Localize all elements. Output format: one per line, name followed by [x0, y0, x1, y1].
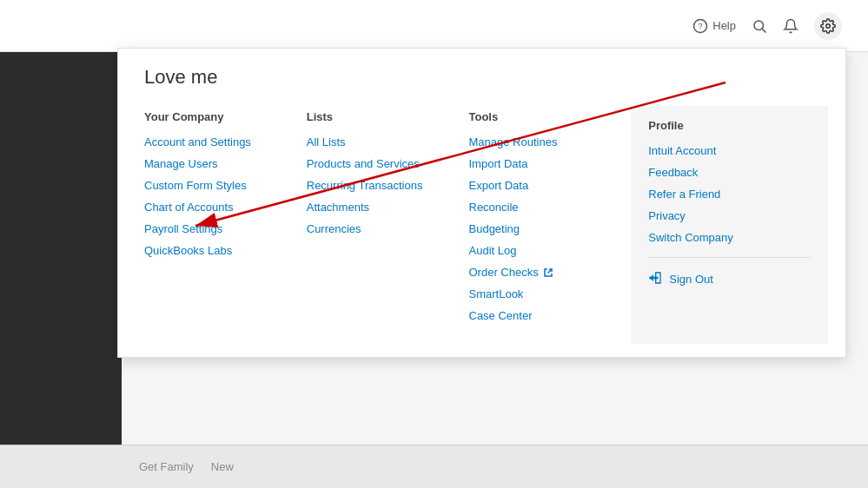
dropdown-menu: Love me Your Company Account and Setting… — [117, 48, 846, 358]
get-family-text: Get Family — [139, 460, 194, 473]
manage-users-link[interactable]: Manage Users — [144, 157, 307, 170]
header-bar: ? Help — [0, 0, 868, 52]
new-text: New — [211, 460, 234, 473]
tools-column: Tools Manage Routines Import Data Export… — [469, 110, 632, 331]
manage-routines-link[interactable]: Manage Routines — [469, 135, 632, 148]
budgeting-link[interactable]: Budgeting — [469, 222, 632, 235]
external-link-icon — [543, 267, 553, 278]
left-sidebar — [0, 52, 122, 445]
reconcile-link[interactable]: Reconcile — [469, 201, 632, 214]
chart-accounts-link[interactable]: Chart of Accounts — [144, 201, 307, 214]
dropdown-title: Love me — [144, 66, 819, 89]
payroll-settings-link[interactable]: Payroll Settings — [144, 222, 307, 235]
custom-form-styles-link[interactable]: Custom Form Styles — [144, 179, 307, 192]
privacy-link[interactable]: Privacy — [648, 209, 811, 222]
sidebar-content — [0, 52, 122, 87]
gear-icon — [820, 18, 836, 34]
account-settings-link[interactable]: Account and Settings — [144, 135, 307, 148]
refer-friend-link[interactable]: Refer a Friend — [648, 188, 811, 201]
svg-line-3 — [762, 29, 765, 32]
header-actions: ? Help — [692, 12, 842, 40]
lists-header: Lists — [307, 110, 469, 123]
search-button[interactable] — [752, 18, 767, 34]
profile-column: Profile Intuit Account Feedback Refer a … — [631, 106, 828, 344]
profile-divider — [648, 257, 811, 258]
recurring-transactions-link[interactable]: Recurring Transactions — [307, 179, 469, 192]
settings-button[interactable] — [814, 12, 842, 40]
order-checks-link[interactable]: Order Checks — [469, 266, 632, 279]
svg-point-4 — [826, 23, 831, 28]
feedback-link[interactable]: Feedback — [648, 166, 811, 179]
audit-log-link[interactable]: Audit Log — [469, 244, 632, 257]
bottom-bar: Get Family New — [0, 445, 868, 488]
your-company-header: Your Company — [144, 110, 307, 123]
profile-header: Profile — [648, 119, 811, 132]
intuit-account-link[interactable]: Intuit Account — [648, 144, 811, 157]
quickbooks-labs-link[interactable]: QuickBooks Labs — [144, 244, 307, 257]
lists-column: Lists All Lists Products and Services Re… — [307, 110, 469, 331]
sign-out-label: Sign Out — [669, 273, 713, 286]
help-label: Help — [712, 19, 736, 32]
sign-out-icon — [648, 271, 662, 287]
bell-icon — [783, 18, 798, 34]
your-company-column: Your Company Account and Settings Manage… — [144, 110, 307, 331]
import-data-link[interactable]: Import Data — [469, 157, 632, 170]
switch-company-link[interactable]: Switch Company — [648, 231, 811, 244]
export-data-link[interactable]: Export Data — [469, 179, 632, 192]
all-lists-link[interactable]: All Lists — [307, 135, 469, 148]
svg-text:?: ? — [699, 22, 703, 30]
tools-header: Tools — [469, 110, 632, 123]
products-services-link[interactable]: Products and Services — [307, 157, 469, 170]
help-button[interactable]: ? Help — [692, 18, 736, 34]
case-center-link[interactable]: Case Center — [469, 309, 632, 322]
question-icon: ? — [692, 18, 708, 34]
notifications-button[interactable] — [783, 18, 798, 34]
attachments-link[interactable]: Attachments — [307, 201, 469, 214]
dropdown-columns: Your Company Account and Settings Manage… — [144, 110, 819, 331]
sign-out-button[interactable]: Sign Out — [648, 271, 811, 287]
svg-point-2 — [754, 21, 764, 30]
smartlook-link[interactable]: SmartLook — [469, 287, 632, 300]
search-icon — [752, 18, 767, 34]
currencies-link[interactable]: Currencies — [307, 222, 469, 235]
